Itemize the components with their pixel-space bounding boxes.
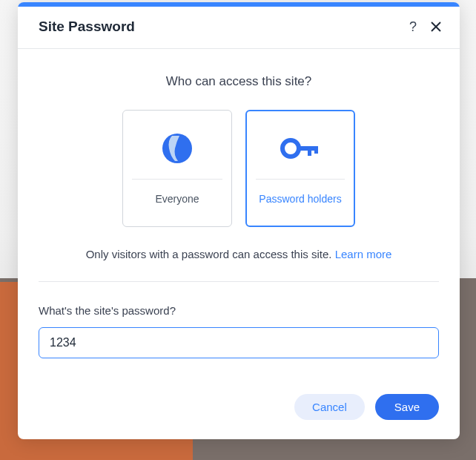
header-actions: ? — [409, 19, 442, 35]
option-icon-wrap — [132, 133, 222, 180]
modal-header: Site Password ? — [18, 7, 460, 49]
help-button[interactable]: ? — [409, 19, 417, 35]
close-icon — [430, 21, 442, 33]
option-icon-wrap — [256, 133, 345, 180]
svg-rect-5 — [308, 146, 311, 156]
option-password-holders[interactable]: Password holders — [245, 110, 355, 227]
modal-body: Who can access this site? Everyone — [18, 49, 460, 376]
cancel-button[interactable]: Cancel — [294, 394, 365, 420]
key-icon — [278, 133, 323, 164]
globe-icon — [162, 133, 193, 164]
modal-footer: Cancel Save — [18, 376, 460, 439]
svg-point-3 — [282, 140, 299, 157]
access-heading: Who can access this site? — [39, 74, 439, 89]
access-description: Only visitors with a password can access… — [39, 248, 439, 282]
password-field-label: What's the site's password? — [39, 304, 439, 317]
access-options: Everyone Password holders — [39, 110, 439, 227]
close-button[interactable] — [430, 21, 442, 33]
modal-title: Site Password — [39, 19, 135, 35]
learn-more-link[interactable]: Learn more — [335, 248, 392, 260]
site-password-modal: Site Password ? Who can access this site… — [18, 2, 460, 439]
option-password-holders-label: Password holders — [259, 193, 341, 205]
help-icon: ? — [409, 19, 417, 35]
option-everyone-label: Everyone — [155, 193, 199, 205]
description-text: Only visitors with a password can access… — [86, 248, 335, 260]
option-everyone[interactable]: Everyone — [122, 110, 232, 227]
svg-rect-6 — [314, 146, 318, 154]
save-button[interactable]: Save — [375, 394, 439, 420]
site-password-input[interactable] — [39, 327, 439, 358]
